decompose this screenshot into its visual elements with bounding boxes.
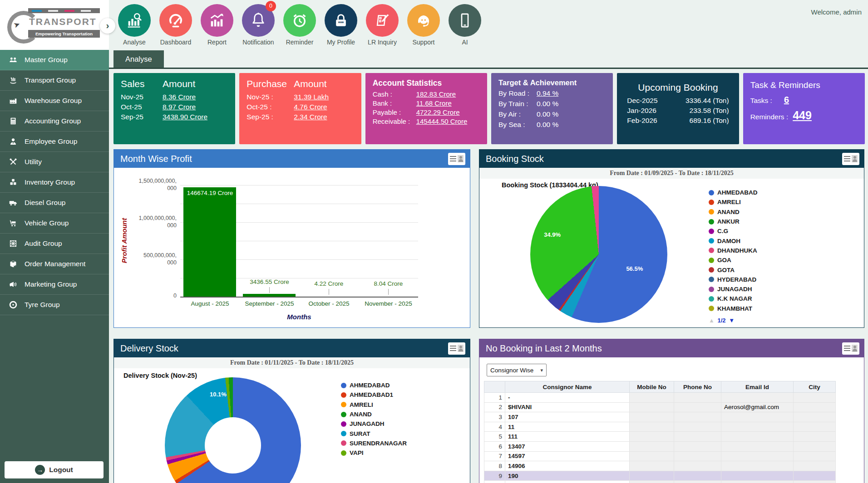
sidebar-item-inventory-group[interactable]: Inventory Group (0, 172, 109, 193)
row-label: Tasks : (750, 97, 772, 105)
account-value-link[interactable]: 145444.50 Crore (416, 117, 480, 125)
legend-item[interactable]: SURAT (341, 429, 407, 438)
legend-item[interactable]: AHMEDABAD1 (341, 390, 407, 400)
legend-item[interactable]: AMRELI (341, 400, 407, 410)
legend-page-up-icon[interactable]: ▲ (709, 317, 715, 324)
legend-item[interactable]: DAMOH (709, 236, 758, 245)
legend-item[interactable]: C.G (709, 226, 758, 236)
legend-item[interactable]: AMRELI (709, 197, 758, 207)
reminders-count-link[interactable]: 449 (793, 109, 812, 122)
sidebar-item-warehouse-group[interactable]: Warehouse Group (0, 91, 109, 111)
legend-page-down-icon[interactable]: ▼ (729, 317, 735, 324)
table-row-highlighted[interactable]: 9190 (484, 471, 836, 481)
sidebar-item-label: Warehouse Group (25, 97, 82, 105)
select-value: Consignor Wise (490, 367, 533, 374)
legend-item[interactable]: SURENDRANAGAR (341, 439, 407, 448)
legend-item[interactable]: AHMEDABAD (341, 381, 407, 390)
booking-stock-pie: 56.5% 34.9% (530, 186, 667, 323)
legend-item[interactable]: GOTA (709, 265, 758, 274)
table-row[interactable]: 411 (484, 422, 836, 432)
table-row[interactable]: 1021 (484, 481, 836, 483)
sidebar-collapse-button[interactable]: › (100, 18, 115, 34)
target-value-link[interactable]: 0.94 % (537, 89, 606, 98)
sidebar-item-order-management[interactable]: Order Management (0, 254, 109, 274)
row-label: Payable : (373, 108, 416, 116)
sidebar-item-utility[interactable]: Utility (0, 152, 109, 172)
account-value-link[interactable]: 11.68 Crore (416, 99, 480, 107)
nav-dashboard[interactable]: Dashboard (158, 4, 194, 46)
nav-label: AI (447, 39, 483, 46)
legend-item[interactable]: AHMEDABAD (709, 188, 758, 197)
card-title: Target & Achievement (498, 78, 606, 87)
tab-analyse[interactable]: Analyse (113, 50, 164, 68)
legend-item[interactable]: K.K NAGAR (709, 294, 758, 303)
sidebar-item-master-group[interactable]: Master Group (0, 50, 109, 70)
card-title: Purchase (247, 78, 294, 89)
sidebar-item-tyre-group[interactable]: Tyre Group (0, 295, 109, 315)
legend-item[interactable]: HYDERABAD (709, 275, 758, 284)
table-row[interactable]: 5111 (484, 432, 836, 442)
audit-grid-icon (8, 239, 18, 249)
legend-item[interactable]: JUNAGADH (341, 419, 407, 429)
top-navigation: Analyse Dashboard Report 0 Notification (109, 0, 868, 50)
nav-reminder[interactable]: Reminder (281, 4, 318, 46)
x-axis-title: Months (180, 313, 418, 321)
sidebar-item-transport-group[interactable]: Transport Group (0, 70, 109, 91)
sidebar-item-audit-group[interactable]: Audit Group (0, 234, 109, 254)
nav-lr-inquiry[interactable]: LR Inquiry (364, 4, 400, 46)
nav-notification[interactable]: 0 Notification (240, 4, 276, 46)
table-row[interactable]: 714597 (484, 451, 836, 461)
panel-view-toggle-icon[interactable] (842, 342, 859, 355)
nav-support[interactable]: Support (405, 4, 442, 46)
purchase-value-link[interactable]: 2.34 Crore (294, 113, 354, 121)
table-row[interactable]: 814906 (484, 461, 836, 471)
report-icon (208, 11, 226, 29)
purchase-value-link[interactable]: 4.76 Crore (294, 103, 354, 111)
nav-my-profile[interactable]: *** My Profile (323, 4, 359, 46)
alarm-clock-icon (291, 11, 309, 29)
legend-item[interactable]: VAPI (341, 448, 407, 458)
sales-value-link[interactable]: 8.97 Crore (163, 103, 228, 111)
sidebar-item-employee-group[interactable]: Employee Group (0, 132, 109, 152)
date-range: From Date : 01/09/2025 - To Date : 18/11… (479, 168, 864, 179)
bar-value-label: 8.04 Crore (359, 280, 418, 287)
person-icon (8, 137, 18, 146)
table-row[interactable]: 3107 (484, 412, 836, 422)
row-value: 0.00 % (537, 100, 606, 108)
nav-ai[interactable]: AI (447, 4, 483, 46)
legend-item[interactable]: ANAND (709, 207, 758, 217)
sidebar-item-marketing-group[interactable]: Marketing Group (0, 274, 109, 295)
sidebar-item-accounting-group[interactable]: Accounting Group (0, 111, 109, 132)
legend-item[interactable]: DHANDHUKA (709, 246, 758, 255)
logout-button[interactable]: → Logout (5, 461, 104, 478)
growth-chart-icon (8, 75, 18, 85)
panel-view-toggle-icon[interactable] (448, 153, 465, 165)
panel-view-toggle-icon[interactable] (842, 153, 859, 165)
table-row[interactable]: 613407 (484, 441, 836, 451)
sidebar-item-vehicle-group[interactable]: Vehicle Group (0, 213, 109, 234)
consignor-filter-select[interactable]: Consignor Wise ▾ (487, 364, 547, 376)
notification-badge: 0 (266, 1, 276, 11)
nav-report[interactable]: Report (199, 4, 235, 46)
delivery-stock-legend: AHMEDABAD AHMEDABAD1 AMRELI ANAND JUNAGA… (341, 381, 407, 458)
legend-item[interactable]: JUNAGADH (709, 284, 758, 294)
legend-item[interactable]: ANAND (341, 410, 407, 419)
sales-value-link[interactable]: 3438.90 Crore (163, 113, 228, 121)
legend-item[interactable]: KHAMBHAT (709, 304, 758, 313)
sidebar-item-label: Marketing Group (25, 280, 77, 288)
sidebar-item-diesel-group[interactable]: Diesel Group (0, 193, 109, 213)
legend-item[interactable]: GOA (709, 255, 758, 265)
table-row[interactable]: 2$HIVANIAerosol@gmail.com (484, 402, 836, 412)
account-value-link[interactable]: 182.83 Crore (416, 90, 480, 98)
panel-view-toggle-icon[interactable] (448, 342, 465, 355)
nav-label: My Profile (323, 39, 359, 46)
nav-analyse[interactable]: Analyse (116, 4, 153, 46)
row-label: Jan-2026 (627, 107, 656, 115)
sales-value-link[interactable]: 8.36 Crore (163, 93, 228, 101)
sidebar-item-label: Diesel Group (25, 199, 65, 207)
table-row[interactable]: 1- (484, 393, 836, 403)
tasks-count-link[interactable]: 6 (784, 95, 789, 105)
purchase-value-link[interactable]: 31.39 Lakh (294, 93, 354, 101)
legend-item[interactable]: ANKUR (709, 217, 758, 226)
account-value-link[interactable]: 4722.29 Crore (416, 108, 480, 116)
